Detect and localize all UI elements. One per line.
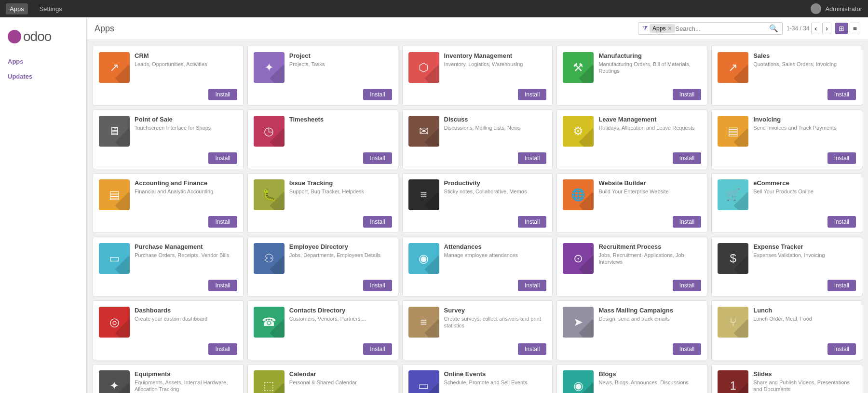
app-card-body: ⬚ Calendar Personal & Shared Calendar	[248, 365, 398, 393]
install-button[interactable]: Install	[518, 89, 546, 100]
app-icon-symbol: 🛒	[726, 188, 740, 202]
app-desc: Purchase Orders, Receipts, Vendor Bills	[135, 252, 237, 258]
nav-apps[interactable]: Apps	[6, 3, 28, 14]
app-card-body: 🛒 eCommerce Sell Your Products Online	[712, 174, 862, 216]
nav-settings[interactable]: Settings	[36, 3, 66, 14]
search-input[interactable]	[675, 25, 769, 32]
app-icon-symbol: ▭	[109, 252, 120, 265]
app-card-survey: ≡ Survey Create surveys, collect answers…	[402, 300, 553, 360]
app-card-body: ☎ Contacts Directory Customers, Vendors,…	[248, 301, 398, 343]
app-card-footer: Install	[557, 152, 707, 169]
install-button[interactable]: Install	[673, 216, 701, 228]
app-card-footer: Install	[403, 343, 553, 360]
install-button[interactable]: Install	[518, 280, 546, 291]
install-button[interactable]: Install	[827, 216, 856, 228]
app-name: Sales	[753, 52, 856, 59]
install-button[interactable]: Install	[208, 89, 237, 100]
prev-page-button[interactable]: ‹	[811, 23, 820, 34]
app-desc: Schedule, Promote and Sell Events	[444, 379, 547, 386]
install-button[interactable]: Install	[518, 216, 546, 228]
install-button[interactable]: Install	[673, 343, 701, 355]
install-button[interactable]: Install	[673, 280, 701, 291]
list-view-button[interactable]: ≡	[850, 23, 860, 34]
app-icon-symbol: ⊙	[573, 252, 583, 265]
install-button[interactable]: Install	[208, 216, 237, 228]
install-button[interactable]: Install	[673, 152, 701, 164]
install-button[interactable]: Install	[208, 280, 237, 291]
app-card-footer: Install	[403, 280, 553, 296]
app-card-accounting-and-finance: ▤ Accounting and Finance Financial and A…	[93, 173, 244, 233]
app-desc: Leads, Opportunities, Activities	[135, 61, 237, 68]
app-icon-symbol: ≡	[420, 188, 427, 202]
install-button[interactable]: Install	[827, 280, 856, 291]
app-card-footer: Install	[403, 152, 553, 169]
grid-view-button[interactable]: ⊞	[835, 23, 848, 34]
sidebar-item-updates[interactable]: Updates	[0, 69, 86, 84]
app-card-footer: Install	[248, 280, 398, 296]
app-desc: Send Invoices and Track Payments	[753, 124, 856, 131]
app-desc: Manage employee attendances	[444, 252, 547, 258]
filter-funnel-icon: ⧩	[642, 25, 648, 32]
app-card-footer: Install	[248, 343, 398, 360]
install-button[interactable]: Install	[827, 89, 856, 100]
app-icon: ◉	[563, 370, 594, 393]
app-card-body: ✦ Equipments Equipments, Assets, Interna…	[93, 365, 243, 393]
sidebar-item-apps[interactable]: Apps	[0, 54, 86, 69]
app-info: Recruitment Process Jobs, Recruitment, A…	[598, 243, 701, 274]
app-icon: ☎	[254, 307, 285, 338]
install-button[interactable]: Install	[363, 152, 392, 164]
app-desc: Create surveys, collect answers and prin…	[444, 315, 547, 329]
install-button[interactable]: Install	[827, 343, 856, 355]
app-name: eCommerce	[753, 179, 856, 187]
app-card-footer: Install	[712, 216, 862, 232]
install-button[interactable]: Install	[673, 89, 701, 100]
app-card-footer: Install	[557, 216, 707, 232]
app-info: Contacts Directory Customers, Vendors, P…	[289, 307, 392, 338]
install-button[interactable]: Install	[827, 152, 856, 164]
install-button[interactable]: Install	[208, 152, 237, 164]
app-card-body: ⚙ Leave Management Holidays, Allocation …	[557, 110, 707, 152]
app-icon: ⚙	[563, 116, 594, 147]
next-page-button[interactable]: ›	[822, 23, 831, 34]
install-button[interactable]: Install	[518, 343, 546, 355]
app-info: eCommerce Sell Your Products Online	[753, 179, 856, 210]
install-button[interactable]: Install	[363, 343, 392, 355]
app-name: Invoicing	[753, 116, 856, 123]
app-info: Dashboards Create your custom dashboard	[135, 307, 237, 338]
app-icon: ⬡	[408, 52, 439, 83]
app-card-footer: Install	[403, 89, 553, 105]
install-button[interactable]: Install	[363, 216, 392, 228]
app-name: Timesheets	[289, 116, 392, 123]
app-info: Lunch Lunch Order, Meal, Food	[753, 307, 856, 338]
app-icon: ▤	[99, 179, 130, 210]
app-name: Blogs	[598, 370, 701, 378]
install-button[interactable]: Install	[208, 343, 237, 355]
app-icon: $	[718, 243, 748, 274]
app-card-footer: Install	[557, 280, 707, 296]
app-icon: ⚇	[254, 243, 285, 274]
app-icon: 🌐	[563, 179, 594, 210]
app-desc: Share and Publish Videos, Presentations …	[753, 379, 856, 393]
app-info: Productivity Sticky notes, Collaborative…	[444, 179, 547, 210]
app-desc: Build Your Enterprise Website	[598, 188, 701, 195]
app-icon-symbol: ☎	[262, 315, 276, 329]
app-icon: ✉	[408, 116, 439, 147]
app-info: CRM Leads, Opportunities, Activities	[135, 52, 237, 83]
app-desc: Jobs, Departments, Employees Details	[289, 252, 392, 258]
install-button[interactable]: Install	[363, 280, 392, 291]
app-icon-symbol: ≡	[420, 315, 427, 329]
app-name: Recruitment Process	[598, 243, 701, 250]
install-button[interactable]: Install	[363, 89, 392, 100]
search-bar: ⧩ Apps ✕ 🔍	[638, 22, 783, 35]
install-button[interactable]: Install	[518, 152, 546, 164]
app-card-body: ⚒ Manufacturing Manufacturing Orders, Bi…	[557, 46, 707, 89]
app-name: Employee Directory	[289, 243, 392, 250]
app-desc: Customers, Vendors, Partners,...	[289, 315, 392, 322]
search-icon[interactable]: 🔍	[769, 24, 778, 33]
filter-tag-remove[interactable]: ✕	[667, 25, 672, 32]
app-card-crm: ↗ CRM Leads, Opportunities, Activities I…	[93, 46, 244, 106]
app-card-body: ◉ Blogs News, Blogs, Announces, Discussi…	[557, 365, 707, 393]
app-info: Project Projects, Tasks	[289, 52, 392, 83]
app-card-footer: Install	[93, 216, 243, 232]
app-icon: 🖥	[99, 116, 130, 147]
